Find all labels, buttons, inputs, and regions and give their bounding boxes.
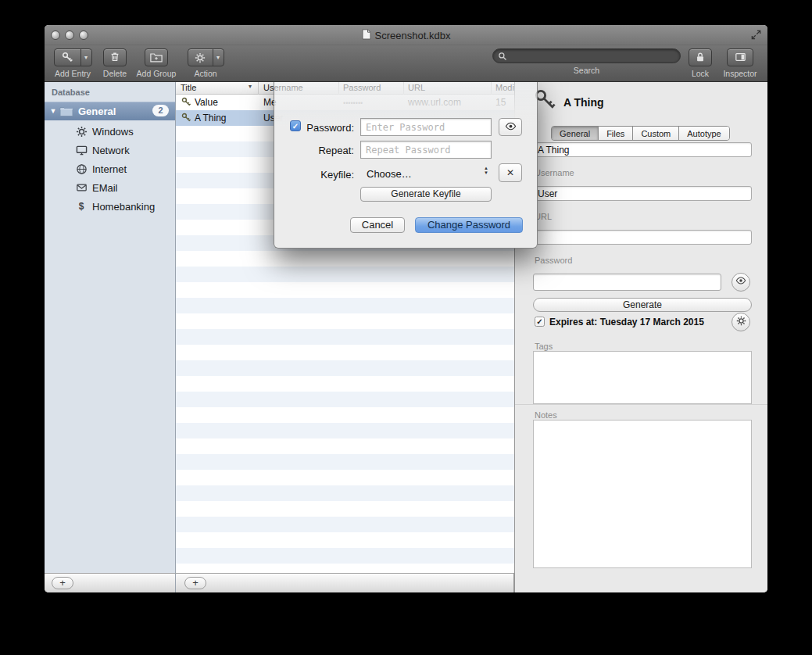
notes-label: Notes — [535, 410, 557, 420]
document-icon — [362, 29, 371, 42]
group-sidebar: Database ▼ General 2 Windows Network — [45, 82, 176, 573]
generate-keyfile-button[interactable]: Generate Keyfile — [360, 187, 492, 202]
sidebar-item-label: Internet — [92, 163, 127, 175]
close-icon: ✕ — [506, 167, 514, 178]
sidebar-item-label: Homebanking — [92, 201, 155, 213]
inspector-label: Inspector — [723, 69, 757, 78]
search-field[interactable] — [492, 48, 681, 63]
lock-button[interactable] — [689, 48, 712, 66]
change-password-button[interactable]: Change Password — [415, 217, 523, 233]
popup-stepper-icon[interactable]: ▲▼ — [484, 166, 488, 175]
sidebar-item-label: Network — [92, 145, 130, 156]
add-entry-button[interactable]: ▾ — [54, 48, 92, 66]
notes-textarea[interactable] — [533, 420, 752, 568]
tab-files[interactable]: Files — [599, 127, 633, 140]
username-field[interactable] — [533, 186, 752, 201]
toolbar-item-add-entry: ▾ Add Entry — [49, 48, 96, 78]
delete-button[interactable] — [103, 48, 127, 66]
expires-label: Expires at: Tuesday 17 March 2015 — [549, 317, 704, 328]
sidebar-item-network[interactable]: Network — [45, 141, 175, 159]
inspector-panel-icon — [735, 52, 746, 64]
sort-indicator-icon: ▾ — [249, 83, 252, 90]
add-group-plus-button[interactable]: + — [52, 577, 73, 589]
toolbar-item-delete: Delete — [98, 48, 132, 78]
add-entry-plus-button[interactable]: + — [184, 577, 206, 589]
sidebar-item-email[interactable]: EMail — [45, 178, 175, 197]
show-password-button[interactable] — [499, 118, 522, 136]
expires-checkbox[interactable]: ✓ — [535, 317, 545, 327]
gear-icon — [188, 49, 213, 66]
keyfile-popup[interactable]: Choose… — [367, 168, 412, 180]
enter-password-input[interactable] — [360, 118, 492, 136]
toolbar-item-search: Search — [492, 48, 681, 75]
action-dropdown-arrow-icon[interactable]: ▾ — [213, 49, 224, 66]
sidebar-item-label: Windows — [92, 126, 134, 138]
reveal-password-button[interactable] — [732, 273, 750, 292]
toolbar-item-add-group: Add Group — [132, 48, 181, 78]
app-window: Screenshot.kdbx ▾ Add Entry Delete — [45, 25, 767, 592]
search-input[interactable] — [510, 51, 675, 62]
tab-general[interactable]: General — [552, 127, 599, 140]
change-password-sheet: ✓ Password: Repeat: Keyfile: Choose… ▲▼ … — [274, 80, 538, 249]
add-group-button[interactable] — [145, 48, 168, 66]
inspector-tabs: General Files Custom Autotype — [551, 126, 730, 141]
envelope-icon — [75, 181, 88, 194]
eye-icon — [735, 275, 746, 289]
search-label: Search — [574, 66, 599, 75]
add-entry-label: Add Entry — [55, 69, 91, 78]
inspector-entry-title: A Thing — [563, 96, 604, 109]
sheet-password-label: Password: — [274, 122, 354, 134]
cell-title: Value — [195, 97, 218, 108]
window-title-area: Screenshot.kdbx — [45, 25, 767, 45]
tags-label: Tags — [535, 342, 553, 351]
delete-label: Delete — [103, 69, 127, 78]
title-bar: Screenshot.kdbx — [45, 25, 767, 45]
generate-password-button[interactable]: Generate — [533, 298, 752, 312]
repeat-password-input[interactable] — [360, 141, 492, 159]
password-label: Password — [535, 256, 572, 265]
tab-autotype[interactable]: Autotype — [679, 127, 728, 140]
globe-icon — [75, 163, 88, 175]
action-button[interactable]: ▾ — [188, 48, 224, 66]
window-title: Screenshot.kdbx — [375, 30, 451, 41]
entry-list-bottom-bar: + — [176, 573, 514, 592]
sheet-keyfile-label: Keyfile: — [274, 169, 354, 181]
url-field[interactable] — [533, 230, 752, 245]
add-group-label: Add Group — [137, 69, 177, 78]
monitor-icon — [75, 144, 88, 156]
tab-custom[interactable]: Custom — [633, 127, 679, 140]
sidebar-item-windows[interactable]: Windows — [45, 122, 175, 141]
column-divider[interactable] — [258, 82, 259, 95]
trash-icon — [109, 51, 120, 64]
sidebar-bottom-bar: + — [45, 573, 176, 592]
gear-icon — [75, 125, 88, 138]
key-icon — [181, 97, 191, 109]
inspector-panel: A Thing General Files Custom Autotype Us… — [514, 82, 767, 592]
toolbar-item-lock: Lock — [685, 48, 716, 78]
sidebar-item-homebanking[interactable]: $ Homebanking — [45, 197, 175, 216]
tags-textarea[interactable] — [533, 351, 752, 404]
sidebar-item-internet[interactable]: Internet — [45, 159, 175, 178]
password-field[interactable] — [533, 274, 721, 291]
title-field[interactable] — [533, 142, 752, 157]
section-divider — [515, 404, 767, 405]
gear-icon — [736, 315, 746, 329]
add-entry-key-icon — [55, 49, 80, 66]
cancel-button[interactable]: Cancel — [350, 217, 405, 233]
toolbar-item-inspector: Inspector — [718, 48, 762, 78]
toolbar: ▾ Add Entry Delete Add Group — [45, 45, 767, 82]
eye-icon — [505, 120, 517, 134]
expires-options-button[interactable] — [732, 313, 750, 331]
cell-title: A Thing — [195, 113, 226, 123]
inspector-toggle-button[interactable] — [727, 48, 753, 66]
lock-label: Lock — [692, 69, 709, 78]
group-label: General — [78, 106, 116, 117]
disclosure-triangle-icon[interactable]: ▼ — [47, 107, 59, 115]
fullscreen-icon[interactable] — [750, 29, 762, 44]
action-label: Action — [194, 69, 216, 78]
key-icon — [181, 113, 191, 125]
column-header-title[interactable]: Title — [181, 83, 196, 92]
folder-plus-icon — [150, 52, 163, 64]
clear-keyfile-button[interactable]: ✕ — [499, 163, 522, 182]
add-entry-dropdown-arrow-icon[interactable]: ▾ — [80, 49, 91, 66]
